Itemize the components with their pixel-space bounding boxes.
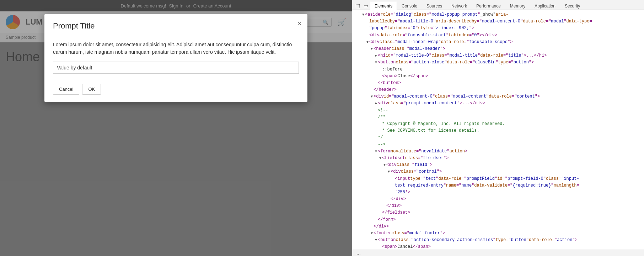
code-line: ▶ <div data-role="focusable-start" tabin…: [352, 32, 644, 39]
code-line: ▶ </form>: [352, 216, 644, 223]
modal-title: Prompt Title: [53, 21, 299, 31]
modal-body: Lorem ipsum dolor sit amet, consectetur …: [44, 35, 307, 79]
modal-dialog: Prompt Title × Lorem ipsum dolor sit ame…: [44, 14, 307, 102]
website-area: Default welcome msg! Sign In or Create a…: [0, 0, 352, 256]
code-line: ▶ labelledby="modal-title-0" aria-descri…: [352, 18, 644, 25]
modal-description: Lorem ipsum dolor sit amet, consectetur …: [53, 41, 299, 56]
code-line: ▼ <button class="action-close" data-role…: [352, 59, 644, 66]
status-bar: ...: [352, 249, 644, 256]
tab-security[interactable]: Security: [560, 2, 585, 10]
code-line: ▶ '255'>: [352, 189, 644, 196]
code-line: ▼ <fieldset class="fieldset">: [352, 155, 644, 162]
code-line: ▶ </div>: [352, 203, 644, 209]
tab-memory[interactable]: Memory: [505, 2, 530, 10]
code-line: ▶ </div>: [352, 196, 644, 203]
code-line: ▶ * See COPYING.txt for license details.: [352, 127, 644, 134]
code-line: ▶ <!--: [352, 107, 644, 114]
modal-input[interactable]: [53, 62, 299, 74]
code-line: ▼ <aside role="dialog" class="modal-popu…: [352, 11, 644, 18]
devtools-code-view[interactable]: ▼ <aside role="dialog" class="modal-popu…: [352, 10, 644, 249]
code-line: ▶ */: [352, 134, 644, 141]
devtools-tabs: ⬚ ▭ Elements Console Sources Network Per…: [352, 0, 644, 10]
code-line: ▶ text required-entry" name="name" data-…: [352, 182, 644, 189]
code-line: ▶ * Copyright © Magento, Inc. All rights…: [352, 121, 644, 127]
code-line: ▶ -->: [352, 141, 644, 148]
tab-performance[interactable]: Performance: [472, 2, 505, 10]
tab-console[interactable]: Console: [397, 2, 422, 10]
tab-elements[interactable]: Elements: [370, 2, 397, 10]
tab-network[interactable]: Network: [447, 2, 472, 10]
ok-button[interactable]: OK: [82, 84, 101, 95]
device-toolbar-icon[interactable]: ▭: [362, 2, 370, 10]
code-line: ▼ <div class="control">: [352, 168, 644, 175]
code-line: ▶ </div>: [352, 223, 644, 230]
code-line: ▶ <input type="text" data-role="promptFi…: [352, 176, 644, 182]
ellipsis-button[interactable]: ...: [355, 249, 362, 256]
code-line: ▶ <span>Close</span>: [352, 73, 644, 80]
code-line: ▼ <button class="action-secondary action…: [352, 237, 644, 244]
code-line: ▶ <span>Cancel</span>: [352, 244, 644, 249]
code-line: ▶ ::before: [352, 66, 644, 73]
code-line: ▶ "popup" tabindex="0" style="z-index: 9…: [352, 25, 644, 32]
modal-header: Prompt Title ×: [44, 14, 307, 35]
code-line: ▶ </header>: [352, 87, 644, 93]
code-line: ▼ <form novalidate="novalidate" action>: [352, 148, 644, 155]
modal-footer: Cancel OK: [44, 79, 307, 102]
modal-close-button[interactable]: ×: [297, 20, 302, 27]
code-line: ▶ /**: [352, 114, 644, 121]
tab-sources[interactable]: Sources: [422, 2, 447, 10]
devtools-panel: ⬚ ▭ Elements Console Sources Network Per…: [352, 0, 644, 256]
code-line: ▶ <h1 id="modal-title-0" class="modal-ti…: [352, 52, 644, 59]
code-line: ▶ </button>: [352, 80, 644, 87]
code-line: ▼ <div class="modal-inner-wrap" data-rol…: [352, 39, 644, 46]
modal-overlay: Prompt Title × Lorem ipsum dolor sit ame…: [0, 0, 352, 256]
code-line: ▶ <div class="prompt-modal-content">...<…: [352, 100, 644, 107]
code-line: ▶ </fieldset>: [352, 209, 644, 216]
tab-application[interactable]: Application: [530, 2, 560, 10]
code-line: ▼ <header class="modal-header">: [352, 46, 644, 52]
code-line: ▼ <footer class="modal-footer">: [352, 230, 644, 237]
inspect-element-icon[interactable]: ⬚: [354, 2, 362, 10]
code-line: ▼ <div class="field">: [352, 162, 644, 168]
cancel-button[interactable]: Cancel: [53, 84, 79, 95]
code-line: ▼ <div id="modal-content-0" class="modal…: [352, 93, 644, 100]
